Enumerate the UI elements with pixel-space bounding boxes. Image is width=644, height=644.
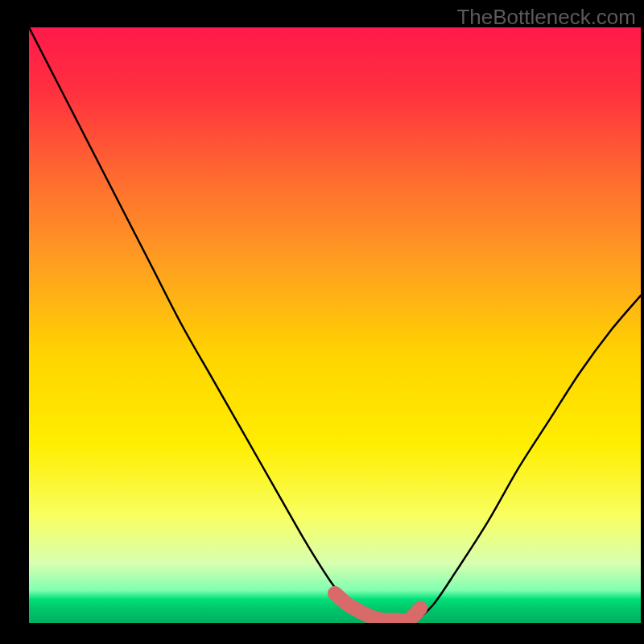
watermark-text: TheBottleneck.com <box>456 5 636 30</box>
bottleneck-chart <box>29 27 641 623</box>
optimal-range-marker <box>29 27 641 623</box>
